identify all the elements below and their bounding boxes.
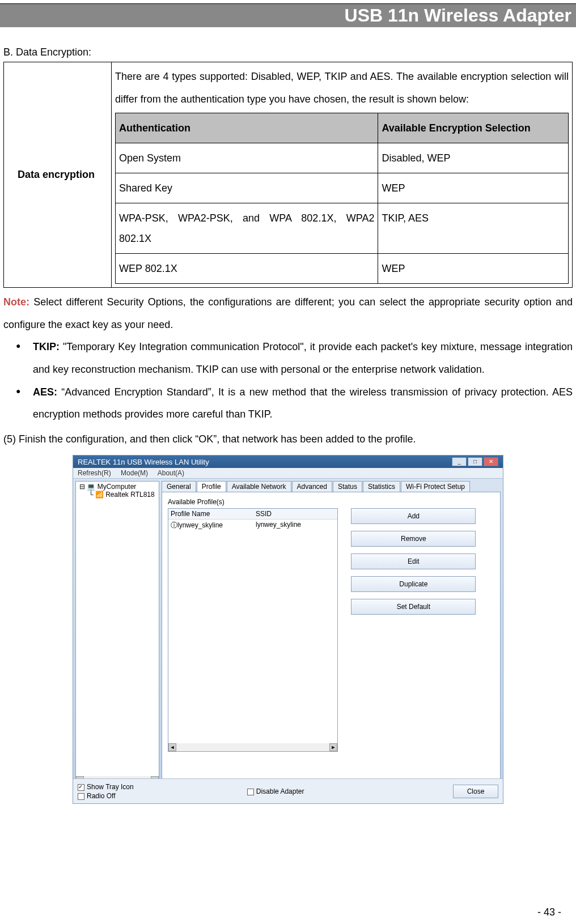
minimize-icon[interactable]: _: [452, 457, 467, 466]
section-b-heading: B. Data Encryption:: [3, 46, 573, 58]
note-label: Note:: [3, 296, 29, 308]
page-content: B. Data Encryption: Data encryption Ther…: [0, 46, 576, 804]
tree-root[interactable]: ⊟ 💻 MyComputer: [77, 483, 158, 491]
checkbox-icon[interactable]: [247, 789, 254, 795]
edit-button[interactable]: Edit: [351, 553, 476, 569]
scroll-right-icon[interactable]: ►: [329, 743, 337, 751]
bullet-list: TKIP: "Temporary Key Integration communi…: [3, 336, 573, 425]
tree-child[interactable]: └ 📶 Realtek RTL818: [77, 491, 158, 499]
profile-buttons: Add Remove Edit Duplicate Set Default: [351, 508, 476, 621]
tree-root-label: MyComputer: [98, 483, 137, 491]
table-row: Open System Disabled, WEP: [116, 143, 569, 173]
auth-cell: Shared Key: [116, 173, 378, 203]
profile-ssid-cell: lynwey_skyline: [256, 521, 301, 530]
bullet-text-tkip: "Temporary Key Integration communication…: [33, 341, 573, 375]
disable-adapter-check[interactable]: Disable Adapter: [247, 787, 304, 795]
encryption-inner-table: Authentication Available Encryption Sele…: [115, 113, 569, 284]
scroll-track[interactable]: [176, 743, 329, 751]
avail-cell: Disabled, WEP: [378, 143, 569, 173]
status-bar: Show Tray Icon Radio Off Disable Adapter…: [73, 778, 503, 803]
avail-cell: TKIP, AES: [378, 203, 569, 254]
maximize-icon[interactable]: □: [468, 457, 482, 466]
status-left: Show Tray Icon Radio Off: [78, 783, 134, 800]
tab-statistics[interactable]: Statistics: [363, 481, 400, 492]
tab-content: Available Profile(s) Profile Name SSID ⓘ…: [162, 492, 501, 785]
list-item: AES: “Advanced Encryption Standard”, It …: [3, 381, 573, 426]
tabs-row: General Profile Available Network Advanc…: [162, 481, 501, 492]
auth-cell: Open System: [116, 143, 378, 173]
duplicate-button[interactable]: Duplicate: [351, 576, 476, 592]
show-tray-check[interactable]: Show Tray Icon: [78, 783, 134, 791]
profile-list-scrollbar[interactable]: ◄ ►: [168, 743, 337, 751]
tree-child-label: Realtek RTL818: [105, 491, 155, 499]
data-encryption-content-cell: There are 4 types supported: Disabled, W…: [112, 62, 573, 288]
note-block: Note: Select different Security Options,…: [3, 291, 573, 336]
profile-row[interactable]: ⓘlynwey_skyline lynwey_skyline: [168, 520, 337, 531]
disable-adapter-label: Disable Adapter: [256, 787, 304, 795]
profile-name-cell: ⓘlynwey_skyline: [171, 521, 256, 530]
radio-off-label: Radio Off: [87, 792, 115, 800]
tabs-panel: General Profile Available Network Advanc…: [162, 481, 501, 785]
note-text: Select different Security Options, the c…: [3, 296, 573, 330]
profile-list[interactable]: Profile Name SSID ⓘlynwey_skyline lynwey…: [168, 508, 338, 752]
inner-header-auth: Authentication: [116, 113, 378, 143]
scroll-left-icon[interactable]: ◄: [168, 743, 176, 751]
tab-status[interactable]: Status: [333, 481, 362, 492]
menu-about[interactable]: About(A): [158, 469, 184, 477]
avail-cell: WEP: [378, 173, 569, 203]
window-titlebar[interactable]: REALTEK 11n USB Wireless LAN Utility _ □…: [73, 455, 503, 468]
device-tree[interactable]: ⊟ 💻 MyComputer └ 📶 Realtek RTL818 ◄ ►: [75, 481, 159, 785]
bullet-text-aes: “Advanced Encryption Standard”, It is a …: [33, 386, 573, 420]
encryption-table-outer: Data encryption There are 4 types suppor…: [3, 62, 573, 288]
checkbox-icon[interactable]: [78, 793, 84, 800]
inner-header-avail: Available Encryption Selection: [378, 113, 569, 143]
add-button[interactable]: Add: [351, 508, 476, 524]
col-ssid[interactable]: SSID: [256, 510, 272, 518]
step-5-text: (5) Finish the configuration, and then c…: [3, 428, 573, 451]
menu-refresh[interactable]: Refresh(R): [78, 469, 111, 477]
tab-advanced[interactable]: Advanced: [292, 481, 332, 492]
radio-off-check[interactable]: Radio Off: [78, 792, 134, 800]
window-controls: _ □ ✕: [452, 457, 498, 466]
menu-mode[interactable]: Mode(M): [121, 469, 148, 477]
auth-cell: WPA-PSK, WPA2-PSK, and WPA 802.1X, WPA2 …: [116, 203, 378, 254]
list-item: TKIP: "Temporary Key Integration communi…: [3, 336, 573, 381]
auth-cell: WEP 802.1X: [116, 254, 378, 284]
tab-wifi-protect[interactable]: Wi-Fi Protect Setup: [401, 481, 470, 492]
available-profiles-label: Available Profile(s): [168, 498, 494, 506]
set-default-button[interactable]: Set Default: [351, 599, 476, 615]
table-row: WPA-PSK, WPA2-PSK, and WPA 802.1X, WPA2 …: [116, 203, 569, 254]
tab-general[interactable]: General: [162, 481, 196, 492]
profile-list-header: Profile Name SSID: [168, 509, 337, 520]
checkbox-icon[interactable]: [78, 784, 84, 791]
bullet-label-tkip: TKIP:: [33, 341, 60, 352]
col-profile-name[interactable]: Profile Name: [171, 510, 256, 518]
table-row: WEP 802.1X WEP: [116, 254, 569, 284]
table-row: Shared Key WEP: [116, 173, 569, 203]
encryption-intro-text: There are 4 types supported: Disabled, W…: [115, 66, 569, 110]
tab-available-network[interactable]: Available Network: [227, 481, 291, 492]
header-band: USB 11n Wireless Adapter: [0, 3, 576, 27]
data-encryption-label-cell: Data encryption: [4, 62, 112, 288]
page-number: - 43 -: [537, 906, 561, 918]
utility-screenshot: REALTEK 11n USB Wireless LAN Utility _ □…: [73, 455, 503, 804]
remove-button[interactable]: Remove: [351, 531, 476, 547]
bullet-label-aes: AES:: [33, 386, 57, 398]
show-tray-label: Show Tray Icon: [87, 783, 134, 791]
tab-profile[interactable]: Profile: [197, 481, 226, 492]
window-body: ⊟ 💻 MyComputer └ 📶 Realtek RTL818 ◄ ► Ge…: [73, 479, 503, 787]
avail-cell: WEP: [378, 254, 569, 284]
window-title: REALTEK 11n USB Wireless LAN Utility: [78, 458, 209, 466]
profile-name-text: lynwey_skyline: [177, 521, 223, 529]
menu-bar: Refresh(R) Mode(M) About(A): [73, 468, 503, 479]
close-button[interactable]: Close: [453, 785, 498, 798]
close-icon[interactable]: ✕: [484, 457, 498, 466]
